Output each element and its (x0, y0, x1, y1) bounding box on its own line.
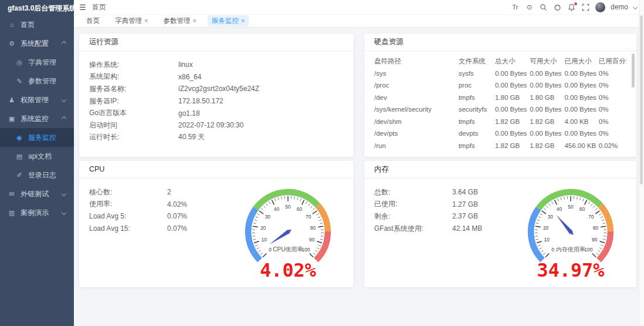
sidebar-item-perm[interactable]: ♟权限管理 (0, 90, 74, 109)
table-header-row: 盘符路径文件系统总大小可用大小已用大小已用百分比 (374, 55, 626, 68)
breadcrumb[interactable]: 首页 (92, 2, 106, 12)
user-menu-chevron-icon[interactable] (633, 5, 638, 9)
info-label: 系统架构: (89, 72, 178, 82)
info-label: Load Avg 15: (89, 224, 167, 233)
window-scrollbar[interactable] (639, 0, 644, 326)
info-value: 2 (167, 188, 171, 196)
sidebar-item-label: 系统配置 (21, 39, 62, 49)
column-header: 已用百分比 (599, 55, 626, 68)
tab-item-1[interactable]: 字典管理× (111, 15, 152, 26)
panel-scrollbar-thumb[interactable] (632, 53, 635, 88)
fullscreen-icon[interactable] (581, 3, 590, 12)
table-cell: 0% (599, 68, 626, 80)
navbar-actions: Tr ⊙ demo (511, 2, 637, 12)
info-value: linux (178, 61, 193, 69)
tab-home[interactable]: 首页 (82, 15, 104, 26)
table-cell: /dev/shm (374, 116, 459, 128)
home-icon: ⌂ (8, 21, 16, 28)
svg-text:100: 100 (584, 247, 592, 253)
info-value: 1.27 GB (452, 200, 478, 209)
user-avatar[interactable] (595, 2, 605, 12)
table-row: /procproc0.00 Bytes0.00 Bytes0.00 Bytes0… (374, 79, 626, 92)
column-header: 总大小 (495, 55, 530, 68)
search-icon[interactable] (539, 3, 548, 12)
table-cell: 0% (599, 79, 626, 92)
panel-title: 硬盘资源 (364, 33, 636, 51)
link-icon: ✉ (8, 190, 16, 198)
sidebar: gfast3.0后台管理系统 ⌂首页⚙系统配置◎字典管理✎参数管理♟权限管理▣系… (0, 0, 74, 326)
sidebar-item-log[interactable]: ✐登录日志 (0, 166, 74, 184)
table-cell: 1.82 GB (530, 140, 564, 152)
menu-toggle-icon[interactable]: ☰ (79, 3, 86, 12)
table-cell: 1.82 GB (495, 116, 530, 128)
close-tab-icon[interactable]: × (144, 18, 148, 24)
close-tab-icon[interactable]: × (192, 18, 196, 24)
table-row: /devtmpfs1.80 GB1.80 GB0.00 Bytes0% (374, 92, 626, 104)
svg-text:50: 50 (285, 204, 291, 210)
table-cell: 0.00 Bytes (495, 127, 530, 140)
panel-title: CPU (79, 161, 354, 179)
sidebar-nav: ⌂首页⚙系统配置◎字典管理✎参数管理♟权限管理▣系统监控◉服务监控▤api文档✐… (0, 15, 74, 222)
table-cell: 0.00 Bytes (564, 79, 598, 92)
main-area: ☰ 首页 Tr ⊙ demo (74, 0, 644, 326)
table-cell: 0.00 Bytes (564, 68, 598, 80)
table-cell: /run (374, 140, 459, 152)
github-icon[interactable] (553, 3, 562, 12)
table-cell: 1.80 GB (530, 92, 564, 104)
sidebar-item-monitor[interactable]: ▣系统监控 (0, 109, 74, 128)
tab-item-2[interactable]: 参数管理× (159, 15, 200, 26)
table-row: /dev/shmtmpfs1.82 GB1.82 GB4.00 KB0% (374, 116, 626, 128)
sidebar-item-service[interactable]: ◉服务监控 (0, 128, 74, 147)
logo[interactable]: gfast3.0后台管理系统 (0, 0, 74, 15)
sidebar-item-link[interactable]: ✉外链测试 (0, 184, 74, 203)
font-size-icon[interactable]: Tr (511, 3, 520, 12)
table-row: /sys/kernel/securitysecurityfs0.00 Bytes… (374, 103, 626, 116)
table-cell: tmpfs (459, 92, 495, 104)
table-cell: 0.00 Bytes (530, 127, 564, 140)
info-row: 服务器IP:172.18.50.172 (89, 95, 344, 107)
info-row: 服务器名称:iZ2vcg2gsrt2ox04ty5e24Z (89, 83, 344, 95)
username[interactable]: demo (611, 3, 628, 11)
sidebar-item-label: 登录日志 (28, 170, 74, 180)
sidebar-item-label: 案例演示 (21, 208, 62, 218)
window-scrollbar-thumb[interactable] (640, 15, 643, 184)
component-size-icon[interactable]: ⊙ (525, 3, 534, 12)
close-tab-icon[interactable]: × (241, 18, 245, 24)
sidebar-item-param[interactable]: ✎参数管理 (0, 72, 74, 90)
tab-item-3[interactable]: 服务监控× (208, 15, 249, 26)
svg-text:10: 10 (544, 237, 550, 243)
api-icon: ▤ (15, 153, 23, 160)
sidebar-item-api[interactable]: ▤api文档 (0, 147, 74, 166)
chevron-up-icon (62, 116, 66, 121)
svg-text:10: 10 (261, 237, 267, 243)
svg-text:内存使用率: 内存使用率 (556, 246, 585, 253)
chevron-down-icon (62, 191, 66, 196)
sidebar-item-home[interactable]: ⌂首页 (0, 15, 74, 34)
panel-memory: 内存 总数:3.64 GB已使用:1.27 GB剩余:2.37 GBGFast系… (364, 161, 636, 287)
table-cell: 4.00 KB (564, 116, 598, 128)
table-cell: 1.82 GB (530, 116, 564, 128)
svg-text:80: 80 (593, 225, 599, 231)
content: 运行资源 操作系统:linux系统架构:x86_64服务器名称:iZ2vcg2g… (74, 28, 644, 287)
info-label: 剩余: (374, 211, 452, 221)
table-cell: /proc (374, 79, 459, 92)
table-cell: 0% (599, 116, 626, 128)
info-label: Go语言版本 (89, 108, 178, 118)
info-label: 服务器名称: (89, 84, 178, 94)
info-label: 服务器IP: (89, 96, 178, 106)
info-value: 0.07% (167, 224, 187, 233)
notification-bell-icon[interactable] (567, 3, 576, 12)
info-value: 40.59 天 (178, 132, 205, 142)
sidebar-item-label: 字典管理 (28, 58, 74, 68)
sidebar-item-dict[interactable]: ◎字典管理 (0, 53, 74, 72)
column-header: 已用大小 (564, 55, 598, 68)
info-value: 3.64 GB (452, 188, 478, 196)
tab-label: 服务监控 (212, 16, 239, 25)
table-cell: /dev (374, 92, 459, 104)
info-value: iZ2vcg2gsrt2ox04ty5e24Z (178, 85, 259, 93)
sidebar-item-label: 首页 (21, 20, 74, 30)
svg-text:20: 20 (260, 225, 266, 231)
sidebar-item-config[interactable]: ⚙系统配置 (0, 34, 74, 53)
svg-text:4.02%: 4.02% (260, 259, 316, 281)
sidebar-item-demo[interactable]: ▥案例演示 (0, 203, 74, 222)
